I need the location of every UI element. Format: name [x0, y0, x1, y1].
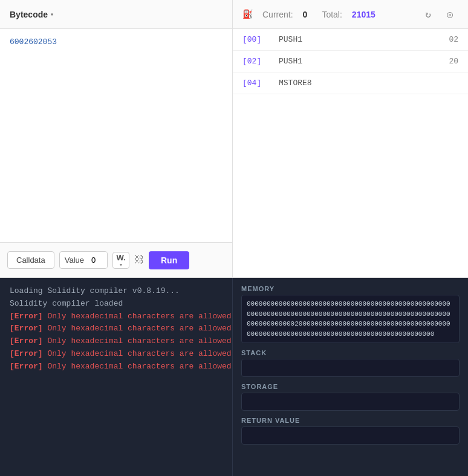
bytecode-panel: Bytecode ▾ 6002602053 Calldata Value W. … — [0, 0, 233, 277]
error-prefix: [Error] — [10, 312, 43, 321]
memory-group: MEMORY 000000000000000000000000000000000… — [241, 285, 460, 343]
current-value: 0 — [303, 10, 308, 19]
log-line: Loading Solidity compiler v0.8.19... — [10, 285, 223, 298]
bytecode-title: Bytecode — [10, 10, 48, 19]
instructions-panel: ⛽ Current: 0 Total: 21015 ↻ ◎ [00]PUSH10… — [233, 0, 468, 277]
refresh-icon[interactable]: ↻ — [420, 6, 437, 23]
return-value-box — [241, 426, 460, 445]
current-label: Current: — [262, 10, 293, 19]
bytecode-value: 6002602053 — [10, 37, 57, 47]
error-text: Only hexadecimal characters are allowed — [43, 362, 232, 371]
instruction-offset: [02] — [242, 57, 279, 66]
error-prefix: [Error] — [10, 336, 43, 346]
instruction-value: 02 — [449, 35, 458, 44]
left-footer: Calldata Value W. ▾ ⛓ Run — [0, 242, 232, 277]
bytecode-content-area: 6002602053 — [0, 29, 232, 242]
error-prefix: [Error] — [10, 324, 43, 333]
log-line: [Error] Only hexadecimal characters are … — [10, 323, 223, 335]
header-actions: ↻ ◎ — [420, 6, 458, 23]
bytecode-dropdown-arrow[interactable]: ▾ — [50, 11, 54, 18]
log-line: Solidity compiler loaded — [10, 298, 223, 310]
stack-box — [241, 359, 460, 377]
console-panel: Loading Solidity compiler v0.8.19...Soli… — [0, 278, 233, 476]
instruction-opcode: MSTORE8 — [279, 79, 458, 88]
error-text: Only hexadecimal characters are allowed — [43, 312, 232, 321]
error-prefix: [Error] — [10, 362, 43, 371]
return-value-label: RETURN VALUE — [241, 417, 460, 424]
storage-group: STORAGE — [241, 383, 460, 411]
instructions-header: ⛽ Current: 0 Total: 21015 ↻ ◎ — [233, 0, 468, 29]
memory-box: 0000000000000000000000000000000000000000… — [241, 295, 460, 343]
w-badge[interactable]: W. ▾ — [112, 252, 129, 269]
instruction-offset: [00] — [242, 35, 279, 44]
table-row[interactable]: [04]MSTORE8 — [233, 72, 468, 94]
total-label: Total: — [322, 10, 342, 19]
instruction-opcode: PUSH1 — [279, 57, 449, 66]
bytecode-header: Bytecode ▾ — [0, 0, 232, 29]
instruction-value: 20 — [449, 57, 458, 66]
return-value-group: RETURN VALUE — [241, 417, 460, 445]
log-line: [Error] Only hexadecimal characters are … — [10, 361, 223, 373]
stack-label: STACK — [241, 349, 460, 356]
value-label: Value — [60, 252, 89, 268]
log-line: [Error] Only hexadecimal characters are … — [10, 310, 223, 323]
storage-label: STORAGE — [241, 383, 460, 390]
circle-icon[interactable]: ◎ — [441, 6, 458, 23]
chain-icon[interactable]: ⛓ — [134, 254, 144, 266]
run-button[interactable]: Run — [149, 251, 189, 269]
log-line: [Error] Only hexadecimal characters are … — [10, 335, 223, 348]
stack-group: STACK — [241, 349, 460, 377]
error-text: Only hexadecimal characters are allowed — [43, 349, 232, 358]
instruction-table: [00]PUSH102[02]PUSH120[04]MSTORE8 — [233, 29, 468, 277]
error-text: Only hexadecimal characters are allowed — [43, 324, 232, 333]
error-text: Only hexadecimal characters are allowed — [43, 336, 232, 346]
table-row[interactable]: [02]PUSH120 — [233, 51, 468, 72]
instruction-opcode: PUSH1 — [279, 35, 449, 44]
memory-label: MEMORY — [241, 285, 460, 292]
error-prefix: [Error] — [10, 349, 43, 358]
storage-box — [241, 393, 460, 411]
debug-panel: MEMORY 000000000000000000000000000000000… — [233, 278, 468, 476]
table-row[interactable]: [00]PUSH102 — [233, 29, 468, 51]
value-input-group: Value — [59, 251, 108, 269]
gas-icon: ⛽ — [242, 9, 253, 19]
log-line: [Error] Only hexadecimal characters are … — [10, 348, 223, 361]
w-badge-sub: ▾ — [120, 262, 122, 268]
calldata-tab[interactable]: Calldata — [7, 251, 54, 269]
instruction-offset: [04] — [242, 79, 279, 88]
total-value: 21015 — [352, 10, 375, 19]
value-input[interactable] — [89, 252, 107, 268]
